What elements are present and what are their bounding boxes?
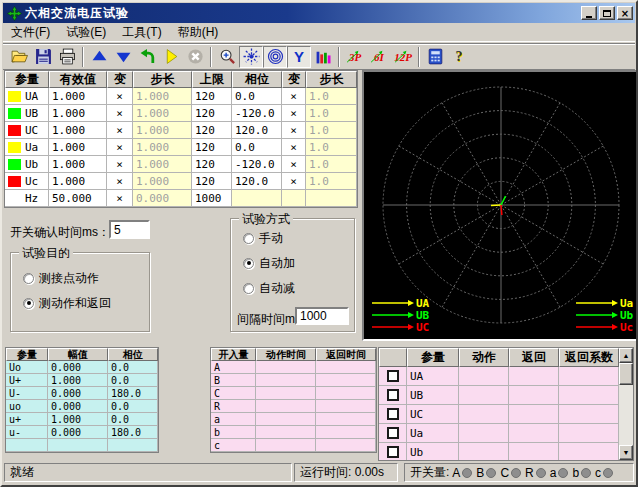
step-cell[interactable]: 1.000	[133, 105, 192, 122]
row-checkbox[interactable]	[387, 408, 399, 420]
limit-cell[interactable]: 120	[192, 139, 232, 156]
minimize-button[interactable]	[581, 6, 597, 20]
limit-cell[interactable]: 120	[192, 156, 232, 173]
menu-file[interactable]: 文件(F)	[3, 22, 58, 43]
interval-input[interactable]	[295, 307, 349, 325]
vary-toggle-cell[interactable]: ×	[107, 173, 133, 190]
mode-12p-button[interactable]: 12P	[391, 46, 415, 68]
calculator-button[interactable]	[423, 46, 447, 68]
start-button[interactable]	[159, 46, 183, 68]
close-button[interactable]: ×	[617, 6, 633, 20]
phase-cell[interactable]: -120.0	[232, 156, 282, 173]
step-cell[interactable]: 1.000	[133, 122, 192, 139]
menu-help[interactable]: 帮助(H)	[170, 22, 227, 43]
switch-confirm-input[interactable]	[109, 220, 150, 239]
radio-indicator[interactable]	[23, 273, 34, 284]
step-cell[interactable]: 1.000	[133, 156, 192, 173]
vary-toggle-cell[interactable]: ×	[282, 88, 306, 105]
open-button[interactable]	[7, 46, 31, 68]
scrollbar[interactable]: ▲ ▼	[619, 348, 633, 460]
scrollbar-thumb[interactable]	[619, 363, 633, 385]
radio-indicator[interactable]	[243, 283, 254, 294]
step-cell[interactable]: 1.0	[306, 173, 357, 190]
phase-cell[interactable]	[232, 190, 282, 207]
rms-cell[interactable]: 1.000	[49, 105, 107, 122]
phasor-star-view-button[interactable]	[239, 46, 263, 68]
step-cell[interactable]: 1.0	[306, 139, 357, 156]
step-cell[interactable]: 1.0	[306, 122, 357, 139]
vector-y-view-button[interactable]: Y	[287, 46, 311, 68]
vary-toggle-cell[interactable]: ×	[107, 190, 133, 207]
limit-cell[interactable]: 120	[192, 88, 232, 105]
scroll-up-button[interactable]: ▲	[619, 348, 633, 363]
radio-option-测接点动作[interactable]: 测接点动作	[23, 270, 149, 286]
raise-button[interactable]	[87, 46, 111, 68]
radio-option-自动减[interactable]: 自动减	[243, 280, 354, 296]
row-checkbox[interactable]	[387, 389, 399, 401]
vary-toggle-cell[interactable]: ×	[282, 122, 306, 139]
mode-6i-button[interactable]: 6I	[367, 46, 391, 68]
phase-cell[interactable]: 0.0	[232, 139, 282, 156]
step-cell[interactable]: 1.000	[133, 173, 192, 190]
step-cell[interactable]: 1.000	[133, 88, 192, 105]
zoom-button[interactable]	[215, 46, 239, 68]
row-checkbox[interactable]	[387, 446, 399, 458]
maximize-button[interactable]	[599, 6, 615, 20]
radio-option-手动[interactable]: 手动	[243, 230, 354, 246]
step-cell[interactable]: 0.000	[133, 190, 192, 207]
step-cell[interactable]: 1.0	[306, 88, 357, 105]
phase-cell[interactable]: 0.0	[232, 88, 282, 105]
save-button[interactable]	[31, 46, 55, 68]
step-cell[interactable]: 1.0	[306, 156, 357, 173]
help-button[interactable]: ?	[447, 46, 471, 68]
step-cell[interactable]	[306, 190, 357, 207]
rms-cell[interactable]: 1.000	[49, 88, 107, 105]
undo-button[interactable]	[135, 46, 159, 68]
toolbar-separator	[82, 47, 84, 67]
print-button[interactable]	[55, 46, 79, 68]
radio-option-测动作和返回[interactable]: 测动作和返回	[23, 295, 149, 311]
input-ret-time-cell	[316, 426, 376, 439]
vary-toggle-cell[interactable]: ×	[107, 122, 133, 139]
radio-indicator[interactable]	[23, 298, 34, 309]
circle-view-button[interactable]	[263, 46, 287, 68]
step-cell[interactable]: 1.000	[133, 139, 192, 156]
radio-indicator[interactable]	[243, 233, 254, 244]
vary-toggle-cell[interactable]: ×	[107, 105, 133, 122]
row-checkbox[interactable]	[387, 427, 399, 439]
vary-toggle-cell[interactable]: ×	[282, 173, 306, 190]
vary-toggle-cell[interactable]: ×	[282, 139, 306, 156]
rms-cell[interactable]: 1.000	[49, 156, 107, 173]
scroll-down-button[interactable]: ▼	[619, 445, 633, 460]
rms-cell[interactable]: 50.000	[49, 190, 107, 207]
phase-cell[interactable]: -120.0	[232, 105, 282, 122]
step-cell[interactable]: 1.0	[306, 105, 357, 122]
param-name: UA	[25, 90, 38, 103]
mode-6i-label: 6I	[374, 51, 384, 63]
vary-toggle-cell[interactable]: ×	[107, 156, 133, 173]
vary-toggle-cell[interactable]: ×	[282, 105, 306, 122]
title-bar[interactable]: 六相交流电压试验 ×	[3, 3, 635, 23]
menu-test[interactable]: 试验(E)	[58, 22, 114, 43]
limit-cell[interactable]: 120	[192, 105, 232, 122]
rms-cell[interactable]: 1.000	[49, 122, 107, 139]
vary-toggle-cell[interactable]: ×	[282, 156, 306, 173]
limit-cell[interactable]: 120	[192, 173, 232, 190]
vary-toggle-cell[interactable]	[282, 190, 306, 207]
rms-cell[interactable]: 1.000	[49, 139, 107, 156]
rms-cell[interactable]: 1.000	[49, 173, 107, 190]
limit-cell[interactable]: 1000	[192, 190, 232, 207]
phase-cell[interactable]: 120.0	[232, 122, 282, 139]
row-checkbox[interactable]	[387, 370, 399, 382]
vary-toggle-cell[interactable]: ×	[107, 139, 133, 156]
lower-button[interactable]	[111, 46, 135, 68]
radio-indicator[interactable]	[243, 258, 254, 269]
limit-cell[interactable]: 120	[192, 122, 232, 139]
phase-cell[interactable]: 120.0	[232, 173, 282, 190]
bar-view-button[interactable]	[311, 46, 335, 68]
mode-3p-button[interactable]: 3P	[343, 46, 367, 68]
radio-option-自动加[interactable]: 自动加	[243, 255, 354, 271]
radio-label: 测动作和返回	[39, 295, 111, 312]
menu-tools[interactable]: 工具(T)	[114, 22, 169, 43]
vary-toggle-cell[interactable]: ×	[107, 88, 133, 105]
